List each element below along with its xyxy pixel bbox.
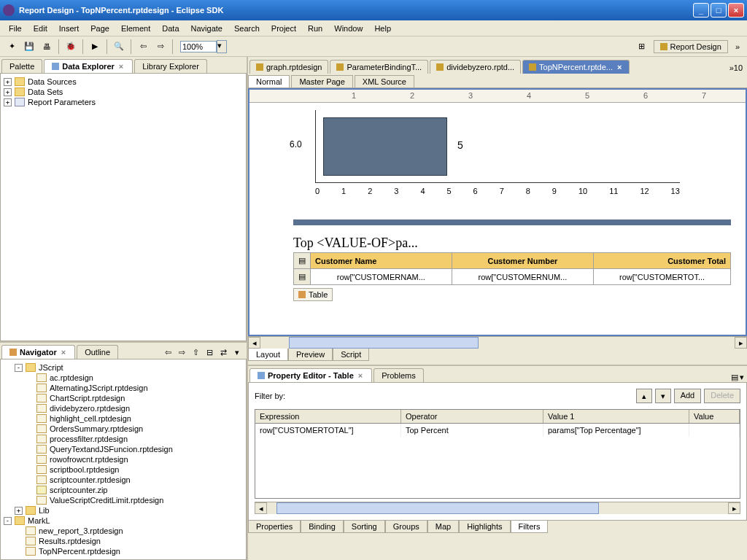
nav-file[interactable]: scriptcounter.zip xyxy=(4,485,243,495)
tab-property-editor[interactable]: Property Editor - Table × xyxy=(249,368,372,382)
tab-palette[interactable]: Palette xyxy=(1,59,42,73)
row-handle-icon[interactable]: ▤ xyxy=(294,253,311,269)
back-button[interactable]: ⇦ xyxy=(135,39,151,55)
prop-tab-groups[interactable]: Groups xyxy=(385,521,427,533)
expand-icon[interactable]: + xyxy=(4,78,12,86)
nav-file[interactable]: Results.rptdesign xyxy=(4,536,243,546)
cell-number[interactable]: row["CUSTOMERNUM... xyxy=(452,269,594,285)
menu-page[interactable]: Page xyxy=(85,23,115,34)
nav-file[interactable]: rowofrowcnt.rptdesign xyxy=(4,454,243,464)
col-header-total[interactable]: Customer Total xyxy=(594,253,731,269)
col-header-name[interactable]: Customer Name xyxy=(311,253,452,269)
scroll-right-icon[interactable]: ▸ xyxy=(735,337,747,349)
close-icon[interactable]: × xyxy=(117,62,125,71)
zoom-dropdown[interactable]: ▾ xyxy=(217,40,227,53)
nav-file[interactable]: AlternatingJScript.rptdesign xyxy=(4,383,243,393)
move-down-button[interactable]: ▾ xyxy=(655,389,671,403)
nav-link-icon[interactable]: ⇄ xyxy=(217,346,230,359)
expand-icon[interactable]: + xyxy=(4,98,12,106)
col-value1[interactable]: Value 1 xyxy=(543,410,689,423)
filter-value1[interactable]: params["Top Percentage"] xyxy=(543,424,689,437)
prop-tab-map[interactable]: Map xyxy=(427,521,459,533)
cell-name[interactable]: row["CUSTOMERNAM... xyxy=(311,269,452,285)
search-button[interactable]: 🔍 xyxy=(111,39,127,55)
nav-file[interactable]: TopNPercent.rptdesign xyxy=(4,546,243,556)
menu-insert[interactable]: Insert xyxy=(53,23,85,34)
tree-item-data-sources[interactable]: + Data Sources xyxy=(4,77,243,87)
cell-total[interactable]: row["CUSTOMERTOT... xyxy=(594,269,731,285)
nav-file[interactable]: ac.rptdesign xyxy=(4,373,243,383)
perspective-report-design[interactable]: Report Design xyxy=(654,40,728,53)
horizontal-scrollbar[interactable]: ◂ ▸ xyxy=(248,336,747,349)
property-scrollbar[interactable]: ◂ ▸ xyxy=(255,502,740,514)
window-close-button[interactable]: × xyxy=(728,3,744,18)
nav-file[interactable]: highlight_cell.rptdesign xyxy=(4,413,243,424)
print-button[interactable]: 🖶 xyxy=(39,39,55,55)
filter-row[interactable]: row["CUSTOMERTOTAL"] Top Percent params[… xyxy=(255,424,740,437)
layout-tab-layout[interactable]: Layout xyxy=(248,349,288,361)
tab-navigator[interactable]: Navigator × xyxy=(1,345,75,359)
menu-search[interactable]: Search xyxy=(228,23,266,34)
filter-value2[interactable] xyxy=(689,424,740,437)
menu-file[interactable]: File xyxy=(3,23,28,34)
property-view-menu-icon[interactable]: ▤ xyxy=(731,373,738,382)
editor-overflow[interactable]: »10 xyxy=(725,62,747,74)
scroll-left-icon[interactable]: ◂ xyxy=(248,337,260,349)
close-icon[interactable]: × xyxy=(357,371,364,380)
tree-item-report-parameters[interactable]: + Report Parameters xyxy=(4,97,243,107)
menu-data[interactable]: Data xyxy=(156,23,185,34)
col-operator[interactable]: Operator xyxy=(401,410,543,423)
expand-icon[interactable]: + xyxy=(15,507,23,515)
prop-tab-highlights[interactable]: Highlights xyxy=(459,521,510,533)
editor-tab-topnpercent[interactable]: TopNPercent.rptde... × xyxy=(522,60,630,74)
forward-button[interactable]: ⇨ xyxy=(152,39,169,55)
expand-icon[interactable]: - xyxy=(4,517,12,525)
close-icon[interactable]: × xyxy=(60,348,67,357)
scroll-thumb[interactable] xyxy=(276,502,599,514)
editor-tab-parameterbinding[interactable]: ParameterBindingT... xyxy=(330,60,428,74)
perspective-overflow[interactable]: » xyxy=(731,42,744,51)
subtab-xml-source[interactable]: XML Source xyxy=(355,75,414,88)
prop-tab-properties[interactable]: Properties xyxy=(248,521,301,533)
col-header-number[interactable]: Customer Number xyxy=(452,253,594,269)
menu-navigate[interactable]: Navigate xyxy=(185,23,228,34)
debug-dropdown[interactable]: 🐞 xyxy=(63,39,79,55)
tab-data-explorer[interactable]: Data Explorer × xyxy=(44,59,133,73)
tree-item-data-sets[interactable]: + Data Sets xyxy=(4,87,243,97)
layout-tab-script[interactable]: Script xyxy=(333,349,369,361)
nav-folder-jscript[interactable]: -JScript xyxy=(4,362,243,373)
nav-back-icon[interactable]: ⇦ xyxy=(161,346,174,359)
move-up-button[interactable]: ▴ xyxy=(636,389,652,403)
nav-file[interactable]: OrdersSummary.rptdesign xyxy=(4,424,243,434)
nav-up-icon[interactable]: ⇧ xyxy=(189,346,202,359)
design-canvas[interactable]: 1234567 6.0 5 012345678910111213 Top <VA… xyxy=(248,88,747,336)
expand-icon[interactable]: - xyxy=(15,364,23,372)
nav-file[interactable]: scriptbool.rptdesign xyxy=(4,464,243,475)
scroll-thumb[interactable] xyxy=(289,337,479,349)
property-menu-icon[interactable]: ▾ xyxy=(740,373,744,382)
zoom-input[interactable] xyxy=(180,41,217,52)
filter-expression[interactable]: row["CUSTOMERTOTAL"] xyxy=(255,424,401,437)
subtab-normal[interactable]: Normal xyxy=(248,75,290,88)
prop-tab-sorting[interactable]: Sorting xyxy=(344,521,385,533)
design-table[interactable]: ▤ Customer Name Customer Number Customer… xyxy=(293,252,731,285)
nav-file[interactable]: processfilter.rptdesign xyxy=(4,434,243,444)
col-expression[interactable]: Expression xyxy=(255,410,401,423)
menu-project[interactable]: Project xyxy=(266,23,302,34)
nav-menu-icon[interactable]: ▾ xyxy=(231,346,244,359)
filter-table[interactable]: Expression Operator Value 1 Value row["C… xyxy=(255,409,740,499)
col-value2[interactable]: Value xyxy=(689,410,740,423)
tab-problems[interactable]: Problems xyxy=(374,368,423,382)
filter-operator[interactable]: Top Percent xyxy=(401,424,543,437)
nav-folder-lib[interactable]: +Lib xyxy=(4,505,243,516)
menu-run[interactable]: Run xyxy=(302,23,328,34)
nav-folder-markl[interactable]: -MarkL xyxy=(4,516,243,526)
nav-file[interactable]: scriptcounter.rptdesign xyxy=(4,475,243,485)
scroll-right-icon[interactable]: ▸ xyxy=(728,502,740,514)
tab-library-explorer[interactable]: Library Explorer xyxy=(134,59,207,73)
subtab-master-page[interactable]: Master Page xyxy=(291,75,352,88)
expand-icon[interactable]: + xyxy=(4,88,12,96)
menu-window[interactable]: Window xyxy=(328,23,368,34)
menu-element[interactable]: Element xyxy=(115,23,156,34)
window-maximize-button[interactable]: □ xyxy=(711,3,727,18)
